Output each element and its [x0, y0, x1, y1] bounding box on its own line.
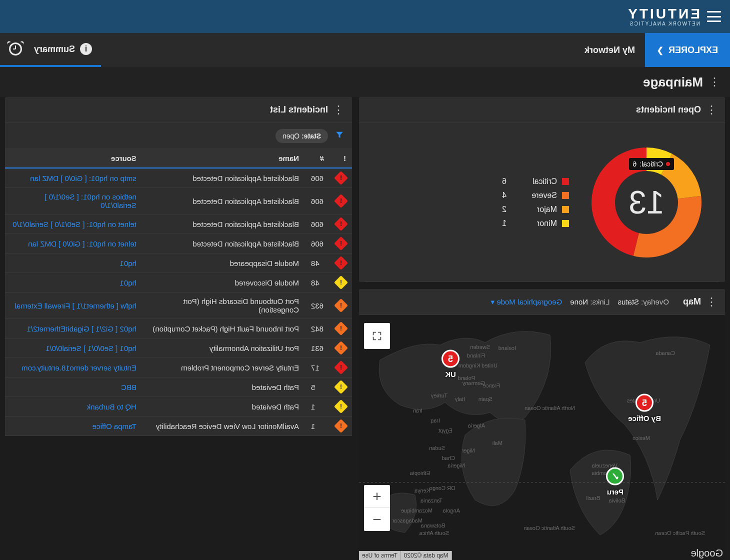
cell-source: Entuity server demo18.entuity.com [5, 358, 142, 378]
source-link[interactable]: telnet on hq01: [ Gi0/0 ] DMZ lan [28, 240, 136, 248]
breadcrumb[interactable]: My Network [574, 45, 645, 56]
severity-badge-icon: ! [334, 360, 348, 374]
source-link[interactable]: hq01 [ Se0/0/1 ] Serial0/0/1 [46, 344, 136, 352]
table-row[interactable]: ! 606 Blacklisted Application Detected t… [5, 234, 352, 254]
table-row[interactable]: ! 606 Blacklisted Application Detected n… [5, 188, 352, 214]
source-link[interactable]: smtp on hq01: [ Gi0/0 ] DMZ lan [30, 174, 136, 182]
cell-count: 1 [305, 416, 330, 436]
cell-source: hq01 [5, 273, 142, 292]
table-row[interactable]: ! 606 Blacklisted Application Detected s… [5, 168, 352, 188]
panel-open-incidents: ⋮ Open Incidents 13 Critical: 6 Critical… [359, 97, 725, 282]
legend-item[interactable]: Major 2 [502, 205, 569, 214]
svg-text:Niger: Niger [462, 448, 475, 454]
table-row[interactable]: ! 632 Port Outbound Discards High (Port … [5, 292, 352, 319]
table-row[interactable]: ! 631 Port Utilization Abnormality hq01 … [5, 338, 352, 358]
map-pin[interactable]: 5 By Office [628, 394, 661, 422]
severity-badge-icon: ! [334, 341, 348, 355]
source-link[interactable]: HQ to Burbank [87, 402, 136, 411]
cell-severity: ! [330, 234, 352, 254]
source-link[interactable]: netbios on hq01: [ Se0/1/0 ] Serial0/1/0 [44, 192, 136, 210]
links-label: Links: None [570, 298, 610, 306]
table-row[interactable]: ! 842 Port Inbound Fault High (Packet Co… [5, 319, 352, 338]
col-severity[interactable]: ! [330, 149, 352, 168]
source-link[interactable]: Tampa Office [92, 422, 136, 430]
source-link[interactable]: hq01 [120, 278, 136, 287]
table-row[interactable]: ! 48 Module Discovered hq01 [5, 273, 352, 292]
legend-item[interactable]: Severe 4 [502, 191, 569, 200]
source-link[interactable]: hqfw [ ethernet1/1 ] Firewall External [14, 302, 136, 310]
svg-text:Kenya: Kenya [414, 488, 430, 494]
svg-text:Ethiopia: Ethiopia [410, 470, 430, 476]
google-logo: Google [691, 548, 724, 559]
donut-tooltip: Critical: 6 [629, 158, 674, 170]
zoom-out-button[interactable]: − [364, 508, 390, 531]
fullscreen-button[interactable] [364, 323, 390, 349]
cell-source: hq01 [5, 254, 142, 273]
zoom-in-button[interactable]: + [364, 485, 390, 508]
explorer-button[interactable]: EXPLORER ❯ [645, 33, 730, 67]
svg-text:Botswana: Botswana [420, 522, 445, 528]
svg-text:Mozambique: Mozambique [401, 508, 432, 514]
table-row[interactable]: ! 48 Module Disappeared hq01 [5, 254, 352, 273]
svg-text:Mali: Mali [492, 440, 502, 446]
panel-menu-icon[interactable]: ⋮ [707, 296, 717, 308]
filter-chip-state[interactable]: State:Open [276, 129, 328, 143]
table-row[interactable]: ! 1 Path Deviated HQ to Burbank [5, 397, 352, 416]
table-row[interactable]: ! 17 Entuity Server Component Problem En… [5, 358, 352, 378]
map-mode-dropdown[interactable]: Geographical Mode ▾ [490, 298, 562, 306]
page-title-row: ⋮ Mainpage [0, 67, 730, 97]
legend-label: Critical [517, 177, 557, 186]
map-pin[interactable]: ✓ Peru [606, 468, 624, 496]
cell-source: netbios on hq01: [ Se0/1/0 ] Serial0/1/0 [5, 188, 142, 214]
brand-block: ENTUITY NETWORK ANALYTICS [626, 7, 700, 26]
panel-menu-icon[interactable]: ⋮ [707, 104, 717, 116]
cell-name: Blacklisted Application Detected [142, 234, 305, 254]
svg-text:Madagascar: Madagascar [392, 518, 422, 524]
tab-summary-label: Summary [34, 44, 75, 54]
cell-name: Path Deviated [142, 378, 305, 397]
cell-severity: ! [330, 319, 352, 338]
map-canvas[interactable]: Canada United States Mexico Venezuela Co… [359, 315, 725, 560]
map-pin[interactable]: 5 UK [442, 350, 460, 378]
svg-text:France: France [483, 382, 500, 388]
svg-text:Sweden: Sweden [470, 344, 490, 350]
legend-item[interactable]: Critical 6 [502, 177, 569, 186]
pin-badge: ✓ [606, 468, 624, 486]
col-source[interactable]: Source [5, 149, 142, 168]
alarm-clock-icon[interactable] [9, 42, 22, 56]
cell-name: Port Outbound Discards High (Port Conges… [142, 292, 305, 319]
svg-text:South Africa: South Africa [419, 530, 449, 536]
source-link[interactable]: telnet on hq01: [ Se0/1/0 ] Serial0/1/0 [12, 220, 136, 228]
cell-name: Module Disappeared [142, 254, 305, 273]
panel-title: Incidents List [270, 104, 328, 115]
table-row[interactable]: ! 606 Blacklisted Application Detected t… [5, 214, 352, 234]
cell-name: Entuity Server Component Problem [142, 358, 305, 378]
svg-text:Angola: Angola [442, 508, 460, 514]
page-menu-icon[interactable]: ⋮ [710, 76, 720, 88]
severity-badge-icon: ! [334, 400, 348, 414]
filter-icon[interactable] [335, 130, 344, 142]
panel-menu-icon[interactable]: ⋮ [334, 104, 344, 116]
cell-count: 48 [305, 254, 330, 273]
table-row[interactable]: ! 5 Path Deviated BBC [5, 378, 352, 397]
tab-summary[interactable]: i Summary [0, 33, 101, 67]
col-count[interactable]: # [305, 149, 330, 168]
legend-value: 1 [502, 219, 512, 228]
source-link[interactable]: Entuity server demo18.entuity.com [22, 364, 136, 372]
pin-badge: 5 [442, 350, 460, 368]
cell-name: Blacklisted Application Detected [142, 188, 305, 214]
cell-severity: ! [330, 292, 352, 319]
cell-severity: ! [330, 168, 352, 188]
cell-name: AvailMonitor Low View Device Reachabilit… [142, 416, 305, 436]
legend-swatch [562, 206, 569, 213]
col-name[interactable]: Name [142, 149, 305, 168]
source-link[interactable]: hq02 [ Gi2/1 ] GigabitEthernet2/1 [27, 324, 136, 333]
cell-name: Blacklisted Application Detected [142, 168, 305, 188]
table-row[interactable]: ! 1 AvailMonitor Low View Device Reachab… [5, 416, 352, 436]
hamburger-icon[interactable] [707, 11, 721, 22]
source-link[interactable]: hq01 [120, 259, 136, 268]
incidents-donut[interactable]: 13 Critical: 6 [589, 145, 704, 260]
svg-text:Iraq: Iraq [430, 418, 440, 424]
legend-item[interactable]: Minor 1 [502, 219, 569, 228]
source-link[interactable]: BBC [121, 383, 136, 392]
